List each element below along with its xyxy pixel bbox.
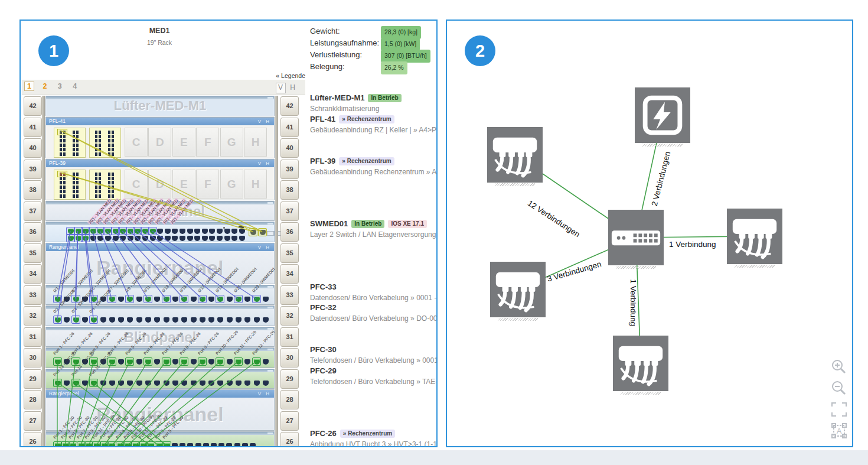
patch-port[interactable] [200, 317, 205, 323]
patch-port[interactable] [181, 381, 187, 386]
switch-port[interactable] [90, 236, 96, 241]
device-entry[interactable]: SWMED01In BetriebIOS XE 17.1Layer 2 Swit… [310, 218, 438, 239]
topology-node-patch-bottom-left[interactable] [490, 262, 546, 317]
switch-port[interactable] [217, 229, 223, 234]
patch-port[interactable] [208, 317, 214, 323]
zoom-in-button[interactable] [830, 357, 849, 376]
patch-port[interactable] [227, 359, 233, 365]
device-entry[interactable]: PFC-33Datendosen/ Büro Verkabelung » 000… [310, 281, 438, 302]
device-entry[interactable]: Lüfter-MED-M1In BetriebSchrankklimatisie… [310, 92, 438, 113]
switch-port[interactable] [113, 236, 119, 241]
device-name[interactable]: SWMED01 [310, 219, 348, 228]
fiber-pair[interactable] [95, 148, 101, 151]
fiber-pair[interactable] [73, 173, 79, 176]
fiber-pair[interactable] [60, 135, 66, 138]
switch-port[interactable] [217, 236, 223, 241]
module-slot[interactable]: D [148, 170, 171, 199]
patch-port[interactable] [236, 317, 242, 323]
fiber-pair[interactable] [60, 144, 66, 147]
unit-orientation-buttons[interactable]: V H [258, 118, 271, 125]
device-name[interactable]: PFC-29 [310, 366, 337, 375]
fiber-pair[interactable] [95, 135, 101, 138]
fiber-pair[interactable] [108, 139, 114, 142]
patch-port[interactable] [82, 317, 88, 323]
patch-port[interactable] [145, 381, 151, 386]
topology-node-switch-center[interactable] [608, 210, 664, 265]
patch-port[interactable] [203, 443, 209, 447]
patch-port[interactable] [242, 443, 248, 447]
unit-orientation-buttons[interactable]: V H [258, 390, 271, 398]
fiber-pair[interactable] [108, 152, 114, 156]
patch-port[interactable] [136, 297, 142, 302]
topology-node-patch-top-left[interactable] [487, 127, 543, 183]
view-horizontal-button[interactable]: H [288, 83, 297, 93]
patch-port[interactable] [263, 317, 269, 323]
rack-unit-lüfter-med-m1[interactable]: Lüfter-MED-M1 [45, 96, 275, 116]
fiber-pair[interactable] [108, 186, 114, 189]
patch-port[interactable] [127, 381, 133, 386]
fiber-pair[interactable] [108, 190, 114, 193]
patch-port[interactable] [164, 317, 169, 323]
switch-port[interactable] [97, 236, 103, 241]
fiber-pair[interactable] [108, 135, 114, 138]
patch-port[interactable] [234, 443, 240, 447]
fiber-pair[interactable] [60, 181, 66, 184]
module-slot[interactable]: C [125, 128, 148, 157]
patch-port[interactable] [127, 317, 133, 323]
patch-port[interactable] [109, 317, 115, 323]
patch-port[interactable] [211, 443, 217, 447]
switch-port[interactable] [180, 236, 185, 241]
switch-port[interactable] [172, 229, 178, 234]
patch-port[interactable] [244, 359, 250, 365]
patch-port[interactable] [109, 381, 115, 386]
patch-port[interactable] [250, 443, 256, 447]
patch-port[interactable] [118, 297, 124, 302]
rack-unit-blindpanel[interactable]: Blindpanel [45, 327, 275, 347]
patch-port[interactable] [172, 317, 178, 323]
rack-unit-pfl-39[interactable]: PFL-39V HCDEFGH [45, 159, 275, 200]
fiber-pair[interactable] [95, 144, 101, 147]
module-slot[interactable]: E [172, 170, 195, 199]
patch-port[interactable] [136, 317, 142, 323]
fiber-pair[interactable] [108, 173, 114, 176]
switch-port[interactable] [231, 236, 237, 241]
fiber-pair[interactable] [73, 144, 79, 147]
switch-port[interactable] [202, 229, 208, 234]
patch-port[interactable] [100, 317, 106, 323]
fit-labels-button[interactable]: A [830, 421, 849, 440]
switch-port[interactable] [209, 236, 215, 241]
patch-port[interactable] [244, 381, 250, 386]
device-name[interactable]: PFC-32 [310, 303, 337, 312]
fiber-slot[interactable] [89, 170, 121, 200]
fiber-pair[interactable] [95, 181, 101, 184]
rack-tab-3[interactable]: 3 [56, 82, 64, 90]
fiber-pair[interactable] [73, 131, 79, 134]
device-entry[interactable]: PFC-29Telefondosen / Büro Verkabelung » … [310, 365, 438, 386]
patch-port[interactable] [118, 317, 124, 323]
switch-port[interactable] [157, 229, 163, 234]
patch-port[interactable] [164, 381, 169, 386]
patch-port[interactable] [263, 381, 269, 386]
rack-unit-switch[interactable] [45, 369, 275, 389]
patch-port[interactable] [136, 381, 142, 386]
patch-port[interactable] [244, 317, 250, 323]
patch-port[interactable] [195, 443, 201, 447]
patch-port[interactable] [172, 359, 178, 365]
patch-port[interactable] [136, 359, 142, 365]
patch-port[interactable] [208, 297, 214, 302]
rack-tab-2[interactable]: 2 [40, 82, 49, 90]
switch-port[interactable] [157, 236, 163, 241]
patch-port[interactable] [180, 443, 185, 447]
patch-port[interactable] [227, 297, 233, 302]
fiber-pair[interactable] [60, 186, 66, 189]
switch-port[interactable] [180, 229, 185, 234]
patch-port[interactable] [172, 381, 178, 386]
fiber-slot[interactable] [89, 128, 121, 158]
patch-port[interactable] [263, 359, 269, 365]
patch-port[interactable] [154, 317, 160, 323]
module-slot[interactable]: E [172, 128, 195, 157]
fiber-pair[interactable] [95, 173, 101, 176]
rack-unit-switch[interactable] [45, 431, 275, 447]
patch-port[interactable] [191, 359, 197, 365]
fiber-pair[interactable] [60, 152, 66, 156]
